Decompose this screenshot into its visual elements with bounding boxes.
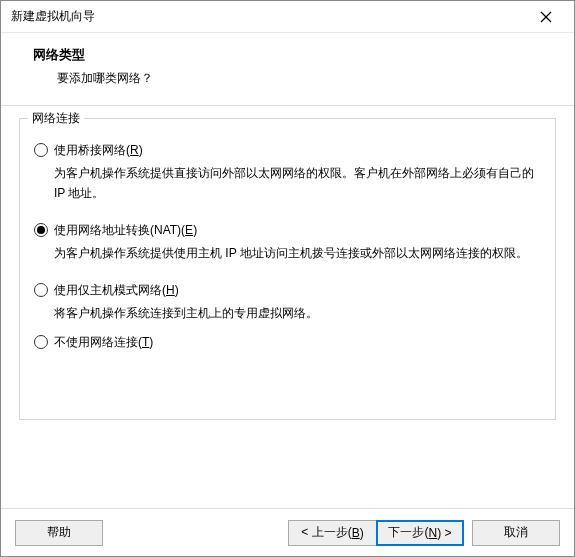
- wizard-window: 新建虚拟机向导 网络类型 要添加哪类网络？ 网络连接 使用桥接网络(R) 为客户…: [0, 0, 575, 557]
- next-button[interactable]: 下一步(N) >: [376, 520, 464, 546]
- option-nonet: 不使用网络连接(T): [34, 333, 541, 351]
- radio-hostonly[interactable]: [34, 283, 48, 297]
- desc-nat: 为客户机操作系统提供使用主机 IP 地址访问主机拨号连接或外部以太网网络连接的权…: [54, 243, 537, 263]
- page-title: 网络类型: [1, 47, 574, 64]
- radio-bridged-label[interactable]: 使用桥接网络(R): [54, 141, 143, 159]
- option-bridged: 使用桥接网络(R): [34, 141, 541, 159]
- titlebar: 新建虚拟机向导: [1, 1, 574, 33]
- radio-nonet[interactable]: [34, 335, 48, 349]
- wizard-header: 网络类型 要添加哪类网络？: [1, 33, 574, 106]
- cancel-button[interactable]: 取消: [472, 520, 560, 546]
- page-subtitle: 要添加哪类网络？: [1, 64, 574, 87]
- option-hostonly: 使用仅主机模式网络(H): [34, 281, 541, 299]
- option-nat: 使用网络地址转换(NAT)(E): [34, 221, 541, 239]
- close-icon: [540, 11, 552, 23]
- group-legend: 网络连接: [28, 110, 84, 127]
- close-button[interactable]: [526, 4, 566, 30]
- help-button[interactable]: 帮助: [15, 520, 103, 546]
- network-connection-group: 网络连接 使用桥接网络(R) 为客户机操作系统提供直接访问外部以太网网络的权限。…: [19, 118, 556, 420]
- back-button[interactable]: < 上一步(B): [288, 520, 376, 546]
- radio-bridged[interactable]: [34, 143, 48, 157]
- radio-nonet-label[interactable]: 不使用网络连接(T): [54, 333, 153, 351]
- desc-bridged: 为客户机操作系统提供直接访问外部以太网网络的权限。客户机在外部网络上必须有自己的…: [54, 163, 537, 203]
- wizard-body: 网络连接 使用桥接网络(R) 为客户机操作系统提供直接访问外部以太网网络的权限。…: [1, 106, 574, 508]
- window-title: 新建虚拟机向导: [11, 8, 526, 25]
- radio-nat-label[interactable]: 使用网络地址转换(NAT)(E): [54, 221, 197, 239]
- radio-nat[interactable]: [34, 223, 48, 237]
- desc-hostonly: 将客户机操作系统连接到主机上的专用虚拟网络。: [54, 303, 537, 323]
- radio-hostonly-label[interactable]: 使用仅主机模式网络(H): [54, 281, 179, 299]
- wizard-footer: 帮助 < 上一步(B) 下一步(N) > 取消: [1, 508, 574, 556]
- nav-button-pair: < 上一步(B) 下一步(N) >: [288, 520, 464, 546]
